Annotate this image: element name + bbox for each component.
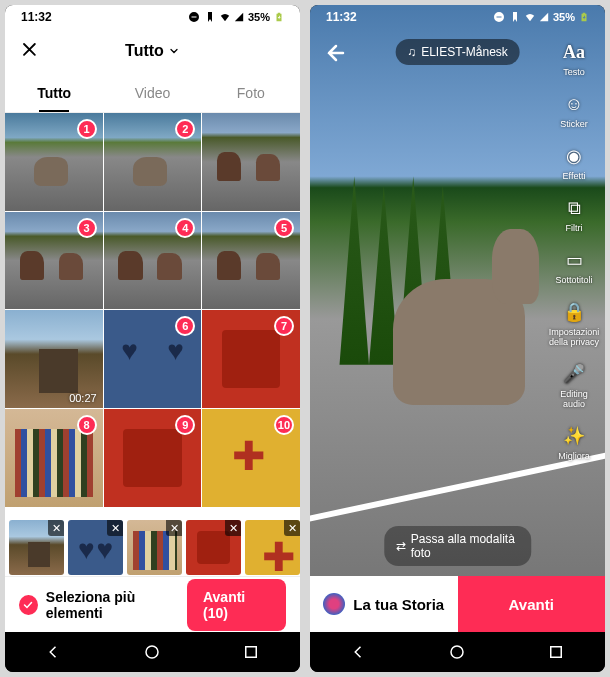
tool-effects[interactable]: ◉ Effetti bbox=[549, 143, 599, 181]
media-cell[interactable]: 7 bbox=[202, 310, 300, 408]
tool-text[interactable]: Aa Testo bbox=[549, 39, 599, 77]
selection-badge: 3 bbox=[77, 218, 97, 238]
album-selector[interactable]: Tutto bbox=[125, 42, 180, 60]
nav-home-icon[interactable] bbox=[448, 643, 466, 661]
selection-badge: 5 bbox=[274, 218, 294, 238]
remove-thumb-button[interactable]: ✕ bbox=[166, 520, 182, 536]
tool-sticker-label: Sticker bbox=[560, 119, 588, 129]
tool-text-label: Testo bbox=[563, 67, 585, 77]
duration-label: 00:27 bbox=[69, 392, 97, 404]
editor-preview[interactable]: ♫ ELIEST-Månesk Aa Testo ☺ Sticker ◉ Eff… bbox=[310, 5, 605, 576]
status-icons: 35% bbox=[188, 11, 284, 23]
selection-badge: 6 bbox=[175, 316, 195, 336]
status-time: 11:32 bbox=[326, 10, 357, 24]
media-cell[interactable]: 3 bbox=[5, 212, 103, 310]
back-button[interactable] bbox=[324, 41, 348, 69]
tool-subtitles-label: Sottotitoli bbox=[555, 275, 592, 285]
media-grid: 1234500:27678910 bbox=[5, 113, 300, 507]
phone-editor: 11:32 35% ♫ ELIEST-Månesk Aa Testo ☺ bbox=[310, 5, 605, 672]
selected-strip[interactable]: ✕✕✕✕✕ bbox=[5, 516, 300, 576]
tool-enhance-label: Migliora bbox=[558, 451, 590, 461]
remove-thumb-button[interactable]: ✕ bbox=[107, 520, 123, 536]
your-story-button[interactable]: La tua Storia bbox=[310, 576, 458, 632]
selected-thumb[interactable]: ✕ bbox=[127, 520, 182, 575]
remove-thumb-button[interactable]: ✕ bbox=[284, 520, 300, 536]
selected-thumb[interactable]: ✕ bbox=[9, 520, 64, 575]
svg-rect-3 bbox=[551, 647, 562, 658]
tool-audio[interactable]: 🎤 Editing audio bbox=[549, 361, 599, 409]
media-cell[interactable] bbox=[202, 113, 300, 211]
media-cell[interactable]: 9 bbox=[104, 409, 202, 507]
selected-thumb[interactable]: ✕ bbox=[68, 520, 123, 575]
tool-subtitles[interactable]: ▭ Sottotitoli bbox=[549, 247, 599, 285]
mode-switch[interactable]: ⇄ Passa alla modalità foto bbox=[384, 526, 532, 566]
media-grid-wrap[interactable]: 1234500:27678910 bbox=[5, 113, 300, 516]
media-cell[interactable]: 4 bbox=[104, 212, 202, 310]
album-title: Tutto bbox=[125, 42, 164, 60]
select-multi-toggle[interactable]: Seleziona più elementi bbox=[19, 589, 187, 621]
tool-enhance[interactable]: ✨ Migliora bbox=[549, 423, 599, 461]
svg-point-0 bbox=[146, 646, 158, 658]
music-selector[interactable]: ♫ ELIEST-Månesk bbox=[395, 39, 520, 65]
nav-back-icon[interactable] bbox=[350, 643, 368, 661]
selection-badge: 8 bbox=[77, 415, 97, 435]
tab-video[interactable]: Video bbox=[103, 73, 201, 112]
media-cell[interactable]: 6 bbox=[104, 310, 202, 408]
tool-audio-label: Editing audio bbox=[549, 389, 599, 409]
svg-point-2 bbox=[451, 646, 463, 658]
chevron-down-icon bbox=[168, 45, 180, 57]
tool-filters-label: Filtri bbox=[566, 223, 583, 233]
battery-pct: 35% bbox=[553, 11, 575, 23]
selected-thumb[interactable]: ✕ bbox=[186, 520, 241, 575]
nav-bar bbox=[310, 632, 605, 672]
media-cell[interactable]: 1 bbox=[5, 113, 103, 211]
signal-icon bbox=[234, 12, 244, 22]
status-time: 11:32 bbox=[21, 10, 52, 24]
filters-icon: ⧉ bbox=[561, 195, 587, 221]
status-bar: 11:32 35% bbox=[5, 5, 300, 29]
tab-photo[interactable]: Foto bbox=[202, 73, 300, 112]
battery-pct: 35% bbox=[248, 11, 270, 23]
switch-icon: ⇄ bbox=[396, 539, 406, 553]
media-cell[interactable]: 00:27 bbox=[5, 310, 103, 408]
select-multi-label: Seleziona più elementi bbox=[46, 589, 187, 621]
close-icon bbox=[19, 39, 39, 59]
mode-switch-label: Passa alla modalità foto bbox=[411, 532, 520, 560]
media-cell[interactable]: 5 bbox=[202, 212, 300, 310]
enhance-icon: ✨ bbox=[561, 423, 587, 449]
subtitles-icon: ▭ bbox=[561, 247, 587, 273]
status-bar: 11:32 35% bbox=[310, 5, 605, 29]
signal-icon bbox=[539, 12, 549, 22]
tool-effects-label: Effetti bbox=[563, 171, 586, 181]
nav-recent-icon[interactable] bbox=[547, 643, 565, 661]
tool-privacy[interactable]: 🔒 Impostazioni della privacy bbox=[549, 299, 599, 347]
tool-privacy-label: Impostazioni della privacy bbox=[549, 327, 600, 347]
next-button[interactable]: Avanti (10) bbox=[187, 579, 286, 631]
picker-tabs: Tutto Video Foto bbox=[5, 73, 300, 113]
media-cell[interactable]: 8 bbox=[5, 409, 103, 507]
close-button[interactable] bbox=[19, 39, 39, 63]
nav-recent-icon[interactable] bbox=[242, 643, 260, 661]
phone-picker: 11:32 35% Tutto Tutto Video Foto 1234500… bbox=[5, 5, 300, 672]
wifi-icon bbox=[220, 12, 230, 22]
nav-back-icon[interactable] bbox=[45, 643, 63, 661]
editor-next-button[interactable]: Avanti bbox=[458, 576, 606, 632]
selection-badge: 10 bbox=[274, 415, 294, 435]
selection-badge: 1 bbox=[77, 119, 97, 139]
lock-icon: 🔒 bbox=[561, 299, 587, 325]
tool-sticker[interactable]: ☺ Sticker bbox=[549, 91, 599, 129]
selection-badge: 2 bbox=[175, 119, 195, 139]
nav-home-icon[interactable] bbox=[143, 643, 161, 661]
remove-thumb-button[interactable]: ✕ bbox=[225, 520, 241, 536]
remove-thumb-button[interactable]: ✕ bbox=[48, 520, 64, 536]
tab-all[interactable]: Tutto bbox=[5, 73, 103, 112]
sticker-icon: ☺ bbox=[561, 91, 587, 117]
battery-icon bbox=[579, 11, 589, 23]
your-story-label: La tua Storia bbox=[353, 596, 444, 613]
media-cell[interactable]: 10 bbox=[202, 409, 300, 507]
selected-thumb[interactable]: ✕ bbox=[245, 520, 300, 575]
tool-rail: Aa Testo ☺ Sticker ◉ Effetti ⧉ Filtri ▭ … bbox=[549, 39, 599, 461]
media-cell[interactable]: 2 bbox=[104, 113, 202, 211]
svg-rect-1 bbox=[246, 647, 257, 658]
tool-filters[interactable]: ⧉ Filtri bbox=[549, 195, 599, 233]
